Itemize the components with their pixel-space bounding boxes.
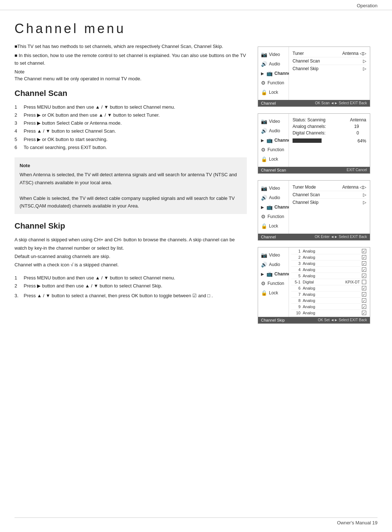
skip-step-item: 2 Press ▶ button and then use ▲ / ▼ butt… <box>15 282 247 290</box>
video-icon: 📷 <box>261 52 267 57</box>
lock-icon: 🔒 <box>261 89 267 95</box>
step-item: 3 Press ▶ button Select Cable or Antenna… <box>15 119 247 127</box>
tv-panel-4: 📷 Video 🔊 Audio ▶ 📺 Channel ⚙ Funct <box>258 247 370 324</box>
sidebar-function-4: ⚙ Function <box>258 279 289 288</box>
sidebar-lock-3: 🔒 Lock <box>258 221 289 231</box>
checkbox-10[interactable]: ✓ <box>362 311 366 315</box>
channel-icon-3: 📺 <box>266 204 273 210</box>
checkbox-5[interactable]: ✓ <box>362 274 366 278</box>
checkbox-7[interactable]: ✓ <box>362 292 366 297</box>
sidebar-channel: ▶ 📺 Channel <box>258 69 289 78</box>
footer-controls-4: OK Set ◄► Select EXIT Back <box>318 318 367 322</box>
channel-scan-steps: 1 Press MENU button and then use ▲ / ▼ b… <box>15 103 247 152</box>
tv-row-tuner-mode: Tuner Mode Antenna ◁▷ <box>293 184 366 191</box>
tv-main-4: 1 Analog ✓ 2 Analog ✓ 3 Analog ✓ <box>289 247 370 317</box>
note-label: Note <box>15 69 247 74</box>
tv-row-channel-skip-3: Channel Skip ▷ <box>293 199 366 206</box>
sidebar-lock-4: 🔒 Lock <box>258 288 289 298</box>
channel-row-8: 8 Analog ✓ <box>291 298 368 304</box>
tv-sidebar-3: 📷 Video 🔊 Audio ▶ 📺 Channel ⚙ Funct <box>258 181 289 234</box>
channel-row-3: 3 Analog ✓ <box>291 261 368 267</box>
sidebar-lock-2: 🔒 Lock <box>258 154 289 164</box>
audio-icon-3: 🔊 <box>261 195 267 201</box>
lock-icon-3: 🔒 <box>261 223 267 229</box>
digital-val: 0 <box>356 130 359 136</box>
right-column: 📷 Video 🔊 Audio ▶ 📺 Channel ⚙ Funct <box>258 17 377 324</box>
tv-row-channel-scan-3: Channel Scan ▷ <box>293 191 366 199</box>
channel-row-1: 1 Analog ✓ <box>291 248 368 254</box>
tv-row-channel-skip: Channel Skip ▷ <box>293 65 366 72</box>
tv-main-1: Tuner Antenna ◁▷ Channel Scan ▷ Channel … <box>289 47 370 100</box>
scanning-antenna: Antenna <box>350 117 366 122</box>
video-icon-2: 📷 <box>261 118 267 124</box>
step-item: 1 Press MENU button and then use ▲ / ▼ b… <box>15 103 247 111</box>
skip-step-item: 1 Press MENU button and then use ▲ / ▼ b… <box>15 274 247 282</box>
digital-row: Digital Channels: 0 <box>293 130 366 136</box>
arrow-icon-2: ▶ <box>261 138 264 142</box>
tv-panel-2: 📷 Video 🔊 Audio ▶ 📺 Channel ⚙ Funct <box>258 113 370 174</box>
note-box: Note When Antenna is selected, the TV wi… <box>15 157 247 214</box>
note-box-title: Note <box>20 162 242 169</box>
function-icon: ⚙ <box>261 80 266 86</box>
footer-label-3: Channel <box>261 235 276 239</box>
tv-footer-2: Channel Scan EXIT Cancel <box>258 167 370 173</box>
checkbox-6[interactable]: ✓ <box>362 286 366 290</box>
arrow-icon-4: ▶ <box>261 272 264 276</box>
checkbox-5-1[interactable] <box>362 280 366 284</box>
tv-footer-1: Channel OK Scan ◄► Select EXIT Back <box>258 100 370 106</box>
footer-controls: OK Scan ◄► Select EXIT Back <box>315 101 367 105</box>
sidebar-function-3: ⚙ Function <box>258 212 289 221</box>
tv-panel-3: 📷 Video 🔊 Audio ▶ 📺 Channel ⚙ Funct <box>258 180 370 241</box>
step-item: 2 Press ▶ or OK button and then use ▲ / … <box>15 111 247 119</box>
sidebar-video: 📷 Video <box>258 50 289 59</box>
checkbox-4[interactable]: ✓ <box>362 267 366 272</box>
arrow-right-icon-3: ▷ <box>363 192 366 197</box>
step-item: 4 Press ▲ / ▼ button to select Channel S… <box>15 127 247 135</box>
arrow-right-icon: ▷ <box>363 59 366 64</box>
progress-bar-container <box>293 138 322 143</box>
tv-footer-4: Channel Skip OK Set ◄► Select EXIT Back <box>258 317 370 323</box>
section-label: Operation <box>357 3 377 8</box>
channel-row-7: 7 Analog ✓ <box>291 291 368 298</box>
sidebar-audio-3: 🔊 Audio <box>258 193 289 202</box>
sidebar-channel-3: ▶ 📺 Channel <box>258 202 289 212</box>
progress-row: 64% <box>293 138 366 144</box>
tv-row-channel-scan: Channel Scan ▷ <box>293 57 366 65</box>
checkbox-1[interactable]: ✓ <box>362 249 366 253</box>
sidebar-audio-2: 🔊 Audio <box>258 126 289 136</box>
channel-row-2: 2 Analog ✓ <box>291 254 368 261</box>
step-item: 5 Press ▶ or OK button to start searchin… <box>15 136 247 144</box>
sidebar-channel-2: ▶ 📺 Channel <box>258 136 289 145</box>
tv-footer-3: Channel OK Enter ◄► Select EXIT Back <box>258 234 370 240</box>
sidebar-video-2: 📷 Video <box>258 117 289 126</box>
footer-controls-3: OK Enter ◄► Select EXIT Back <box>315 235 367 239</box>
channel-row-5-1: 5-1 Digital KPIX-DT <box>291 279 368 285</box>
function-icon-3: ⚙ <box>261 214 266 219</box>
arrow-icon: ▶ <box>261 72 264 76</box>
sidebar-channel-4: ▶ 📺 Channel <box>258 269 289 279</box>
channel-row-9: 9 Analog ✓ <box>291 304 368 310</box>
channel-scan-title: Channel Scan <box>15 89 247 98</box>
note-text: The Channel menu will be only operated i… <box>15 75 247 83</box>
sidebar-lock: 🔒 Lock <box>258 88 289 97</box>
audio-icon-2: 🔊 <box>261 128 267 134</box>
footer-controls-2: EXIT Cancel <box>347 168 367 172</box>
tv-sidebar-2: 📷 Video 🔊 Audio ▶ 📺 Channel ⚙ Funct <box>258 114 289 167</box>
footer-right: Owner's Manual 19 <box>337 520 377 525</box>
checkbox-2[interactable]: ✓ <box>362 255 366 259</box>
channel-icon-4: 📺 <box>266 271 273 277</box>
checkbox-8[interactable]: ✓ <box>362 298 366 303</box>
channel-skip-title: Channel Skip <box>15 221 247 231</box>
lock-icon-2: 🔒 <box>261 156 267 162</box>
progress-bar-fill <box>293 138 311 143</box>
checkbox-3[interactable]: ✓ <box>362 261 366 266</box>
arrow-right-icon: ▷ <box>363 66 366 71</box>
channel-icon-2: 📺 <box>266 137 273 143</box>
audio-icon-4: 🔊 <box>261 262 267 267</box>
channel-row-5: 5 Analog ✓ <box>291 273 368 279</box>
tv-main-2: Status: Scanning Antenna Analog channels… <box>289 114 370 167</box>
lock-icon-4: 🔒 <box>261 290 267 296</box>
footer-label-2: Channel Scan <box>261 168 286 172</box>
digital-label: Digital Channels: <box>293 130 326 136</box>
checkbox-9[interactable]: ✓ <box>362 305 366 309</box>
